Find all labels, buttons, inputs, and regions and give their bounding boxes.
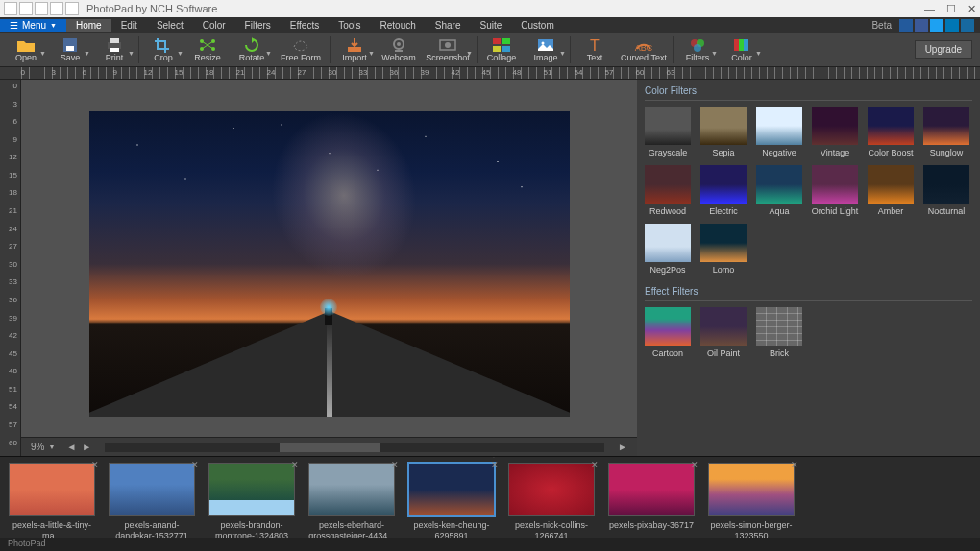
tab-filters[interactable]: Filters bbox=[235, 19, 281, 32]
rotate-button[interactable]: Rotate▼ bbox=[230, 33, 274, 66]
filter-brick[interactable]: Brick bbox=[756, 307, 802, 358]
filter-thumb bbox=[645, 165, 691, 204]
scroll-right-icon[interactable]: ► bbox=[618, 442, 627, 452]
filter-neg2pos[interactable]: Neg2Pos bbox=[645, 224, 691, 275]
resize-button[interactable]: Resize bbox=[185, 33, 230, 66]
minimize-button[interactable]: — bbox=[924, 3, 935, 15]
filter-sepia[interactable]: Sepia bbox=[700, 107, 747, 157]
save-button[interactable]: Save▼ bbox=[48, 33, 92, 66]
quick-access-icons bbox=[4, 2, 79, 15]
qa-icon-4[interactable] bbox=[50, 2, 63, 15]
qa-icon-1[interactable] bbox=[4, 2, 17, 15]
linkedin-icon[interactable] bbox=[945, 19, 959, 32]
filter-amber[interactable]: Amber bbox=[868, 165, 914, 216]
crop-button[interactable]: Crop▼ bbox=[141, 33, 185, 66]
zoom-level[interactable]: 9% bbox=[31, 442, 44, 452]
filter-label: Amber bbox=[878, 206, 904, 216]
close-icon[interactable]: ✕ bbox=[791, 460, 798, 469]
import-button[interactable]: Import▼ bbox=[332, 33, 377, 66]
tab-home[interactable]: Home bbox=[66, 19, 111, 32]
filter-negative[interactable]: Negative bbox=[756, 107, 802, 157]
thumbnail-item[interactable]: ✕pexels-ken-cheung-6295891 bbox=[407, 463, 496, 541]
text-button[interactable]: TText bbox=[573, 33, 617, 66]
curved-text-button[interactable]: ABCCurved Text bbox=[617, 33, 671, 66]
filter-orchid-light[interactable]: Orchid Light bbox=[812, 165, 858, 216]
thumbnail-item[interactable]: ✕pexels-anand-dandekar-1532771 bbox=[108, 463, 196, 541]
share-icon[interactable] bbox=[961, 19, 974, 32]
print-button[interactable]: Print▼ bbox=[92, 33, 136, 66]
filter-aqua[interactable]: Aqua bbox=[756, 165, 802, 216]
horizontal-scrollbar[interactable] bbox=[105, 443, 604, 452]
image-preview[interactable] bbox=[89, 111, 570, 417]
filter-label: Lomo bbox=[713, 265, 735, 275]
zoom-in-icon[interactable]: ► bbox=[82, 442, 91, 452]
tab-retouch[interactable]: Retouch bbox=[371, 19, 426, 32]
qa-icon-2[interactable] bbox=[19, 2, 33, 15]
canvas-area: 9% ▼ ◄ ► ► bbox=[21, 80, 637, 456]
chevron-down-icon: ▼ bbox=[466, 50, 473, 57]
webcam-button[interactable]: Webcam bbox=[377, 33, 421, 66]
filter-sunglow[interactable]: Sunglow bbox=[923, 107, 969, 157]
close-icon[interactable]: ✕ bbox=[191, 460, 199, 469]
filter-redwood[interactable]: Redwood bbox=[645, 165, 691, 216]
chevron-down-icon: ▼ bbox=[128, 50, 135, 57]
tab-share[interactable]: Share bbox=[426, 19, 471, 32]
titlebar: PhotoPad by NCH Software — ☐ ✕ bbox=[0, 0, 980, 17]
chevron-down-icon: ▼ bbox=[50, 22, 57, 29]
text-icon: T bbox=[585, 37, 604, 53]
close-icon[interactable]: ✕ bbox=[291, 460, 299, 469]
open-button[interactable]: Open▼ bbox=[4, 33, 48, 66]
upgrade-button[interactable]: Upgrade bbox=[915, 40, 972, 59]
screenshot-button[interactable]: Screenshot▼ bbox=[421, 33, 475, 66]
color-icon bbox=[732, 37, 751, 53]
free-form-button[interactable]: Free Form bbox=[274, 33, 328, 66]
chevron-down-icon: ▼ bbox=[368, 50, 375, 57]
svg-rect-17 bbox=[493, 46, 501, 52]
facebook-icon[interactable] bbox=[915, 19, 928, 32]
thumbnail-item[interactable]: ✕pexels-simon-berger-1323550 bbox=[707, 463, 796, 541]
qa-icon-5[interactable] bbox=[65, 2, 79, 15]
maximize-button[interactable]: ☐ bbox=[946, 3, 956, 15]
qa-icon-3[interactable] bbox=[35, 2, 48, 15]
filter-grayscale[interactable]: Grayscale bbox=[645, 107, 691, 157]
thumbnail-item[interactable]: ✕pexels-eberhard-grossgasteiger-4434... bbox=[307, 463, 396, 541]
tab-select[interactable]: Select bbox=[147, 19, 193, 32]
filter-color-boost[interactable]: Color Boost bbox=[868, 107, 914, 157]
tab-custom[interactable]: Custom bbox=[511, 19, 563, 32]
color-button[interactable]: Color▼ bbox=[720, 33, 764, 66]
close-icon[interactable]: ✕ bbox=[91, 460, 99, 469]
filter-lomo[interactable]: Lomo bbox=[700, 224, 747, 275]
zoom-dropdown-icon[interactable]: ▼ bbox=[48, 443, 55, 450]
collage-button[interactable]: Collage bbox=[479, 33, 524, 66]
tab-color[interactable]: Color bbox=[193, 19, 235, 32]
tab-tools[interactable]: Tools bbox=[329, 19, 370, 32]
filters-button[interactable]: Filters▼ bbox=[675, 33, 720, 66]
thumbnail-item[interactable]: ✕pexels-a-little-&-tiny-ma... bbox=[8, 463, 96, 541]
like-icon[interactable] bbox=[899, 19, 913, 32]
close-icon[interactable]: ✕ bbox=[491, 460, 499, 469]
filter-electric[interactable]: Electric bbox=[700, 165, 747, 216]
close-icon[interactable]: ✕ bbox=[691, 460, 698, 469]
close-icon[interactable]: ✕ bbox=[391, 460, 399, 469]
tab-edit[interactable]: Edit bbox=[111, 19, 147, 32]
thumbnail-item[interactable]: ✕pexels-brandon-montrone-1324803 bbox=[208, 463, 296, 541]
image-button[interactable]: Image▼ bbox=[524, 33, 568, 66]
filter-label: Aqua bbox=[769, 206, 789, 216]
filter-vintage[interactable]: Vintage bbox=[812, 107, 858, 157]
close-icon[interactable]: ✕ bbox=[591, 460, 599, 469]
tool-label: Screenshot bbox=[426, 53, 470, 62]
zoom-out-icon[interactable]: ◄ bbox=[66, 442, 76, 452]
filter-label: Negative bbox=[762, 148, 796, 157]
filter-oil-paint[interactable]: Oil Paint bbox=[700, 307, 747, 358]
svg-rect-2 bbox=[108, 42, 121, 49]
thumbnail-item[interactable]: ✕pexels-pixabay-36717 bbox=[607, 463, 696, 531]
twitter-icon[interactable] bbox=[930, 19, 943, 32]
filter-cartoon[interactable]: Cartoon bbox=[645, 307, 691, 358]
tool-label: Filters bbox=[686, 53, 710, 62]
tab-effects[interactable]: Effects bbox=[281, 19, 329, 32]
close-button[interactable]: ✕ bbox=[968, 3, 976, 15]
thumbnail-item[interactable]: ✕pexels-nick-collins-1266741 bbox=[507, 463, 596, 541]
tab-suite[interactable]: Suite bbox=[471, 19, 512, 32]
menu-button[interactable]: ☰ Menu ▼ bbox=[0, 19, 66, 32]
filter-nocturnal[interactable]: Nocturnal bbox=[923, 165, 969, 216]
